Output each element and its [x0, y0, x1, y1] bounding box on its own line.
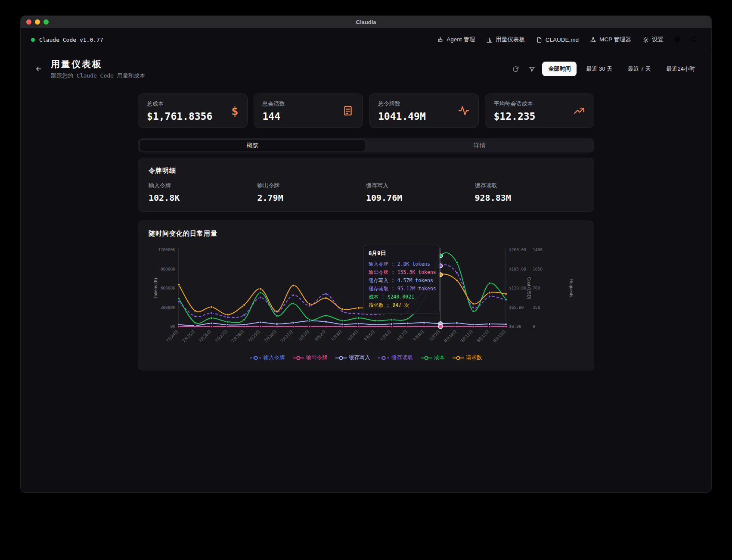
- view-tabs: 概览 详情: [138, 138, 594, 152]
- page-actions: 全部时间 最近 30 天 最近 7 天 最近24小时: [509, 62, 701, 76]
- svg-text:8月1日: 8月1日: [298, 329, 310, 342]
- nav-label: 设置: [652, 36, 664, 44]
- chart-area: 0K30000K60000K90000K120000K$0.00$65.00$1…: [149, 245, 583, 348]
- legend-marker-icon: [335, 355, 347, 361]
- nav-label: 用量仪表板: [496, 36, 525, 44]
- svg-text:Requests: Requests: [569, 279, 574, 297]
- svg-text:60000K: 60000K: [161, 286, 176, 290]
- legend-item[interactable]: 请求数: [453, 354, 482, 361]
- svg-text:8月3日: 8月3日: [330, 329, 343, 342]
- traffic-lights: [26, 19, 49, 25]
- stat-label: 总会话数: [263, 100, 285, 108]
- app-bar: Claude Code v1.0.77 Agent 管理 用量仪表板 CLAUD…: [21, 28, 711, 51]
- funnel-icon: [529, 66, 535, 72]
- language-button[interactable]: [670, 33, 685, 47]
- time-filter-24h[interactable]: 最近24小时: [661, 62, 701, 76]
- tab-details[interactable]: 详情: [366, 140, 593, 151]
- main-content: 总成本 $1,761.8356 $ 总会话数 144 总令牌数 1041.49M: [138, 87, 594, 370]
- arrow-left-icon: [35, 65, 43, 73]
- title-bar: Claudia: [21, 16, 711, 28]
- stat-value: $1,761.8356: [147, 111, 212, 122]
- stat-label: 总令牌数: [378, 100, 426, 108]
- tooltip-date: 8月9日: [369, 249, 434, 257]
- svg-text:90000K: 90000K: [161, 267, 176, 271]
- tooltip-row: 缓存写入 : 4.57M tokens: [369, 277, 434, 285]
- time-filter-30d[interactable]: 最近 30 天: [580, 62, 618, 76]
- chart-title: 随时间变化的日常用量: [149, 230, 583, 238]
- stat-value: 1041.49M: [378, 111, 426, 122]
- svg-text:120000K: 120000K: [158, 247, 175, 252]
- close-window-button[interactable]: [26, 19, 31, 25]
- svg-text:1050: 1050: [533, 267, 543, 271]
- time-filter-7d[interactable]: 最近 7 天: [622, 62, 657, 76]
- page-title: 用量仪表板: [51, 58, 145, 70]
- svg-text:7月29日: 7月29日: [247, 329, 261, 343]
- svg-text:7月24日: 7月24日: [165, 329, 179, 343]
- receipt-icon: [342, 105, 354, 117]
- legend-marker-icon: [453, 355, 464, 361]
- token-breakdown-title: 令牌明细: [149, 167, 583, 175]
- about-button[interactable]: [686, 33, 701, 47]
- svg-text:0: 0: [533, 324, 535, 329]
- svg-text:350: 350: [533, 305, 540, 310]
- nav-claude-md[interactable]: CLAUDE.md: [531, 34, 583, 46]
- refresh-button[interactable]: [509, 62, 522, 76]
- legend-label: 输出令牌: [306, 354, 328, 361]
- svg-text:8月6日: 8月6日: [379, 329, 392, 342]
- legend-item[interactable]: 缓存读取: [378, 354, 413, 361]
- legend-label: 缓存写入: [349, 354, 370, 361]
- legend-label: 缓存读取: [391, 354, 413, 361]
- nav-mcp-manager[interactable]: MCP 管理器: [585, 33, 636, 47]
- stat-cards: 总成本 $1,761.8356 $ 总会话数 144 总令牌数 1041.49M: [138, 93, 594, 128]
- tooltip-row: 缓存读取 : 95.12M tokens: [369, 285, 434, 293]
- gear-icon: [642, 37, 649, 43]
- minimize-window-button[interactable]: [35, 19, 40, 25]
- svg-text:8月9日: 8月9日: [428, 329, 441, 342]
- nav-usage-dashboard[interactable]: 用量仪表板: [481, 33, 530, 47]
- stat-label: 总成本: [147, 100, 212, 108]
- filter-button[interactable]: [525, 62, 539, 76]
- legend-label: 请求数: [466, 354, 482, 361]
- tooltip-row: 输入令牌 : 2.8K tokens: [369, 260, 434, 268]
- svg-text:7月28日: 7月28日: [230, 329, 245, 343]
- info-icon: [690, 36, 697, 43]
- app-window: Claudia Claude Code v1.0.77 Agent 管理 用量仪…: [20, 16, 712, 493]
- token-breakdown-panel: 令牌明细 输入令牌 102.8K 输出令牌 2.79M 缓存写入 109.76M…: [138, 158, 594, 212]
- svg-text:8月13日: 8月13日: [492, 329, 506, 343]
- svg-text:7月30日: 7月30日: [263, 329, 277, 343]
- zoom-window-button[interactable]: [43, 19, 49, 25]
- svg-text:8月2日: 8月2日: [314, 329, 326, 342]
- dollar-icon: $: [231, 104, 238, 118]
- nav-settings[interactable]: 设置: [638, 33, 668, 47]
- app-version: Claude Code v1.0.77: [39, 37, 103, 43]
- legend-item[interactable]: 输入令牌: [250, 354, 285, 361]
- svg-text:8月8日: 8月8日: [412, 329, 425, 342]
- tooltip-row: 请求数 : 947 次: [369, 301, 434, 309]
- time-filter-all[interactable]: 全部时间: [542, 62, 577, 76]
- stat-card-total-tokens: 总令牌数 1041.49M: [369, 93, 479, 128]
- svg-text:700: 700: [533, 286, 540, 290]
- page-header: 用量仪表板 跟踪您的 Claude Code 用量和成本 全部时间 最近 30 …: [21, 51, 711, 87]
- svg-text:8月10日: 8月10日: [443, 329, 457, 343]
- legend-marker-icon: [421, 355, 432, 361]
- svg-text:7月31日: 7月31日: [279, 329, 294, 343]
- tab-overview[interactable]: 概览: [139, 140, 366, 151]
- svg-text:$0.00: $0.00: [509, 324, 521, 329]
- token-item-output: 输出令牌 2.79M: [257, 182, 366, 203]
- nav-label: Agent 管理: [447, 36, 475, 44]
- svg-text:1400: 1400: [533, 247, 543, 252]
- page-subtitle: 跟踪您的 Claude Code 用量和成本: [51, 72, 145, 80]
- stat-label: 平均每会话成本: [494, 100, 536, 108]
- window-title: Claudia: [356, 19, 376, 25]
- back-button[interactable]: [31, 61, 47, 77]
- stat-card-avg-cost: 平均每会话成本 $12.235: [485, 93, 595, 128]
- svg-text:Tokens (K): Tokens (K): [153, 278, 158, 299]
- legend-item[interactable]: 成本: [421, 354, 445, 361]
- legend-item[interactable]: 输出令牌: [293, 354, 328, 361]
- nav-agent-manager[interactable]: Agent 管理: [432, 33, 480, 47]
- legend-item[interactable]: 缓存写入: [335, 354, 370, 361]
- bar-chart-icon: [486, 37, 493, 43]
- network-icon: [590, 37, 596, 43]
- svg-text:$195.00: $195.00: [509, 267, 526, 271]
- top-nav: Agent 管理 用量仪表板 CLAUDE.md MCP 管理器 设置: [432, 33, 701, 47]
